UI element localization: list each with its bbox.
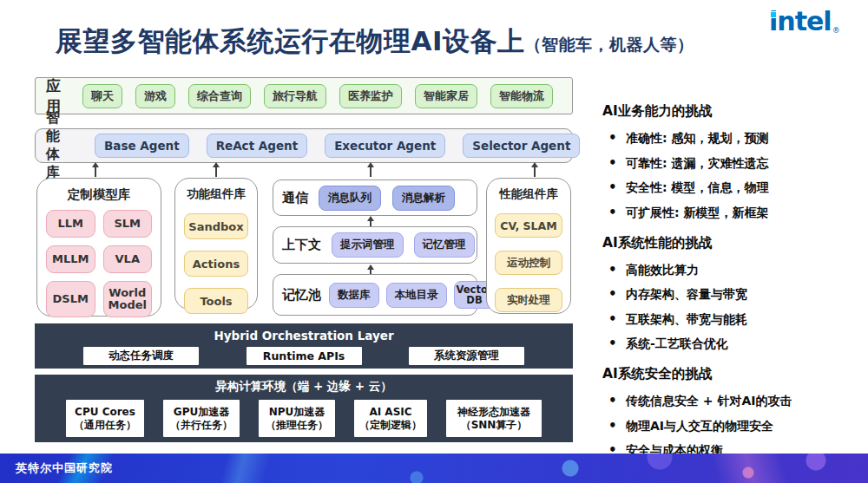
application-layer: 应用 聊天 游戏 综合查询 旅行导航 医养监护 智能家居 智能物流: [35, 77, 573, 114]
orchestration-items-row: 动态任务调度 Runtime APIs 系统资源管理: [35, 347, 573, 365]
challenge-title-performance: AI系统性能的挑战: [602, 234, 863, 252]
memory-pool-label: 记忆池: [282, 287, 321, 304]
intel-i-dot-icon: [770, 11, 777, 18]
communication-box: 通信 消息队列 消息解析: [273, 179, 477, 216]
compute-box-npu-name: NPU加速器: [269, 406, 326, 419]
compute-box-gpu: GPU加速器 （并行任务）: [163, 400, 240, 437]
challenge-bullet: 可扩展性: 新模型，新框架: [602, 205, 863, 221]
up-arrow-icon: [366, 162, 375, 177]
compute-box-gpu-role: （并行任务）: [170, 419, 233, 432]
agent-chip-react: ReAct Agent: [207, 134, 308, 158]
challenge-bullet: 互联架构、带宽与能耗: [602, 311, 863, 328]
challenge-section-performance: AI系统性能的挑战 高能效比算力 内存架构、容量与带宽 互联架构、带宽与能耗 系…: [602, 234, 863, 353]
page-title: 展望多智能体系统运行在物理AI设备上（智能车，机器人等）: [56, 23, 694, 60]
compute-box-asic-name: AI ASIC: [369, 406, 411, 419]
app-chip-chat: 聊天: [82, 84, 122, 108]
app-chip-healthcare: 医养监护: [339, 84, 402, 108]
compute-items-row: CPU Cores （通用任务） GPU加速器 （并行任务） NPU加速器 （推…: [35, 400, 573, 437]
app-chip-smart-home: 智能家居: [415, 84, 477, 108]
app-chip-query: 综合查询: [188, 84, 251, 108]
footer-org-name: 英特尔中国研究院: [16, 460, 113, 476]
compute-box-asic-role: （定制逻辑）: [359, 419, 422, 432]
agent-chip-selector: Selector Agent: [463, 134, 580, 158]
agent-library-label: 智能体库: [46, 109, 60, 182]
challenge-list-security: 传统信息安全 + 针对AI的攻击 物理AI与人交互的物理安全 安全与成本的权衡: [602, 393, 863, 459]
compute-box-cpu-name: CPU Cores: [75, 406, 135, 419]
custom-model-library-title: 定制模型库: [37, 186, 161, 203]
perf-chip-cv-slam: CV, SLAM: [495, 213, 562, 238]
challenges-panel: AI业务能力的挑战 准确性: 感知，规划，预测 可靠性: 遗漏，灾难性遗忘 安全…: [602, 102, 863, 472]
heterogeneous-compute-bar: 异构计算环境（端 + 边缘 + 云） CPU Cores （通用任务） GPU加…: [35, 375, 573, 442]
challenge-bullet: 安全性: 模型，信息，物理: [602, 179, 863, 196]
ctx-chip-memory-mgmt: 记忆管理: [414, 232, 475, 258]
compute-box-neuromorphic-role: （SNN算子）: [461, 419, 528, 432]
func-chip-tools: Tools: [184, 288, 248, 314]
orchestration-layer-title: Hybrid Orchestration Layer: [35, 329, 573, 343]
challenge-bullet: 可靠性: 遗漏，灾难性遗忘: [602, 155, 863, 172]
perf-chip-realtime: 实时处理: [495, 288, 562, 312]
challenge-bullet: 传统信息安全 + 针对AI的攻击: [602, 393, 863, 409]
up-arrow-icon: [366, 264, 375, 274]
challenge-list-business: 准确性: 感知，规划，预测 可靠性: 遗漏，灾难性遗忘 安全性: 模型，信息，物…: [602, 130, 863, 221]
up-arrow-icon: [212, 162, 220, 177]
communication-label: 通信: [282, 190, 308, 206]
orchestration-layer-bar: Hybrid Orchestration Layer 动态任务调度 Runtim…: [35, 323, 573, 369]
registered-mark: ®: [832, 24, 840, 36]
orch-box-task-scheduling: 动态任务调度: [83, 347, 199, 365]
custom-model-library-panel: 定制模型库 LLM SLM MLLM VLA DSLM World Model: [36, 178, 161, 317]
challenge-section-business: AI业务能力的挑战 准确性: 感知，规划，预测 可靠性: 遗漏，灾难性遗忘 安全…: [602, 102, 863, 221]
model-chip-llm: LLM: [46, 210, 95, 238]
challenge-bullet: 准确性: 感知，规划，预测: [602, 130, 863, 147]
challenge-bullet: 物理AI与人交互的物理安全: [602, 418, 863, 434]
intel-logo: intel ®: [769, 7, 840, 36]
compute-box-neuromorphic-name: 神经形态加速器: [457, 406, 530, 419]
compute-box-npu: NPU加速器 （推理任务）: [259, 400, 335, 437]
app-chip-logistics: 智能物流: [490, 84, 553, 108]
page-title-main: 展望多智能体系统运行在物理AI设备上: [56, 25, 525, 56]
model-chip-grid: LLM SLM MLLM VLA DSLM World Model: [37, 203, 161, 317]
model-chip-mllm: MLLM: [46, 245, 95, 273]
challenge-bullet: 高能效比算力: [602, 262, 863, 278]
app-chip-game: 游戏: [135, 84, 175, 108]
challenge-bullet: 内存架构、容量与带宽: [602, 286, 863, 303]
function-component-library-panel: 功能组件库 Sandbox Actions Tools: [174, 178, 258, 310]
up-arrow-icon: [366, 216, 375, 226]
performance-component-library-title: 性能组件库: [487, 186, 570, 202]
compute-box-cpu-role: （通用任务）: [74, 419, 136, 432]
compute-box-cpu: CPU Cores （通用任务）: [66, 400, 144, 437]
page-title-suffix: （智能车，机器人等）: [525, 35, 694, 54]
challenge-bullet: 系统-工艺联合优化: [602, 336, 863, 352]
footer-banner: 英特尔中国研究院: [0, 454, 868, 483]
presentation-slide: 展望多智能体系统运行在物理AI设备上（智能车，机器人等） intel ® 应用 …: [0, 0, 868, 483]
ctx-chip-prompt-mgmt: 提示词管理: [332, 232, 404, 258]
challenge-title-security: AI系统安全的挑战: [602, 365, 863, 383]
app-chip-navigation: 旅行导航: [264, 84, 326, 108]
compute-box-gpu-name: GPU加速器: [174, 406, 229, 419]
orch-box-resource-mgmt: 系统资源管理: [409, 347, 524, 365]
agent-library-layer: 智能体库 Base Agent ReAct Agent Executor Age…: [35, 128, 573, 163]
challenge-section-security: AI系统安全的挑战 传统信息安全 + 针对AI的攻击 物理AI与人交互的物理安全…: [602, 365, 863, 459]
challenge-list-performance: 高能效比算力 内存架构、容量与带宽 互联架构、带宽与能耗 系统-工艺联合优化: [602, 262, 863, 353]
memory-pool-box: 记忆池 数据库 本地目录 Vector DB: [273, 274, 477, 316]
up-arrow-icon: [91, 162, 100, 177]
agent-chip-executor: Executor Agent: [325, 134, 445, 158]
function-component-library-title: 功能组件库: [175, 186, 257, 202]
model-chip-dslm: DSLM: [46, 281, 95, 317]
intel-logo-text: intel: [769, 7, 832, 36]
model-chip-slm: SLM: [103, 210, 153, 238]
comm-chip-message-parse: 消息解析: [392, 186, 455, 211]
compute-box-asic: AI ASIC （定制逻辑）: [354, 400, 427, 437]
compute-box-neuromorphic: 神经形态加速器 （SNN算子）: [446, 400, 542, 437]
agent-chip-base: Base Agent: [95, 134, 189, 158]
model-chip-world-model: World Model: [103, 281, 153, 317]
context-label: 上下文: [282, 237, 321, 253]
mem-chip-local-dir: 本地目录: [386, 283, 447, 308]
func-chip-actions: Actions: [184, 251, 248, 277]
up-arrow-icon: [530, 162, 539, 177]
perf-chip-motion-control: 运动控制: [495, 251, 562, 275]
comm-chip-message-queue: 消息队列: [319, 186, 381, 211]
context-box: 上下文 提示词管理 记忆管理: [273, 226, 477, 264]
heterogeneous-compute-title: 异构计算环境（端 + 边缘 + 云）: [35, 379, 573, 395]
mem-chip-database: 数据库: [329, 283, 379, 308]
performance-component-library-panel: 性能组件库 CV, SLAM 运动控制 实时处理: [486, 178, 571, 314]
